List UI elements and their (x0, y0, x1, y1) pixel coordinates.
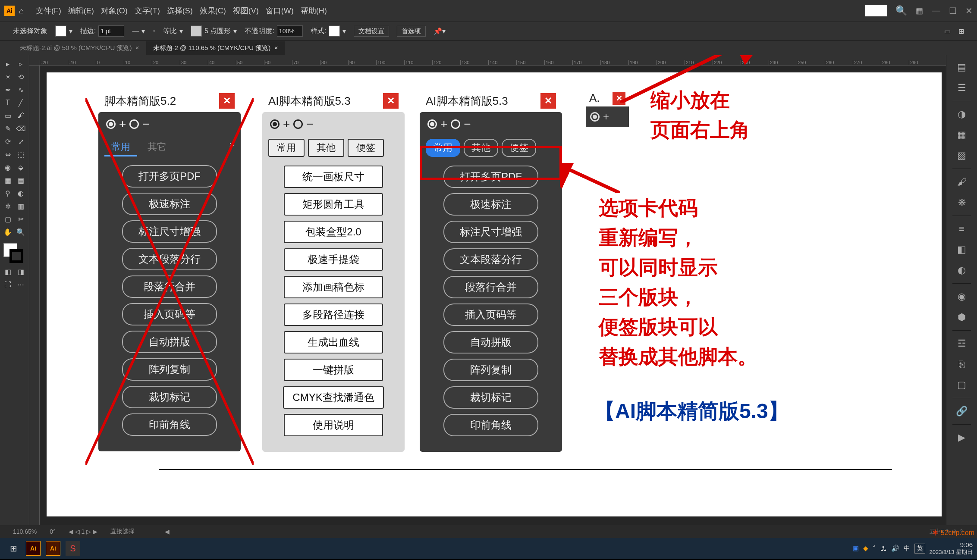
window-minimize[interactable]: — (932, 6, 940, 16)
zoom-tool[interactable]: 🔍 (15, 226, 27, 238)
btn-array-copy[interactable]: 阵列复制 (122, 358, 217, 381)
uniform-label[interactable]: 等比 (163, 27, 177, 36)
menu-edit[interactable]: 编辑(E) (68, 6, 94, 16)
panel-53-light-radios[interactable]: +− (262, 112, 405, 136)
tab-dark-common[interactable]: 常用 (426, 139, 460, 157)
shape-builder-tool[interactable]: ◉ (2, 161, 14, 173)
btn-crop-marks[interactable]: 裁切标记 (122, 386, 217, 408)
btn-text-split[interactable]: 文本段落分行 (122, 248, 217, 270)
doc-setup-button[interactable]: 文档设置 (354, 26, 389, 37)
btn2-fast-annotate[interactable]: 极速标注 (443, 193, 538, 216)
btn-insert-page[interactable]: 插入页码等 (122, 303, 217, 325)
graph-tool[interactable]: ▥ (15, 200, 27, 212)
btn-package-box[interactable]: 包装盒型2.0 (284, 221, 383, 243)
play-icon[interactable]: ▶ (954, 430, 970, 445)
curvature-tool[interactable]: ∿ (15, 84, 27, 96)
magic-wand-tool[interactable]: ✴ (2, 71, 14, 83)
tray-icon-1[interactable]: ▣ (853, 544, 859, 552)
btn2-insert-page[interactable]: 插入页码等 (443, 303, 538, 326)
selection-tool[interactable]: ▸ (2, 58, 14, 70)
taskbar-app-3[interactable]: S (64, 539, 82, 557)
shaper-tool[interactable]: ✎ (2, 122, 14, 135)
hand-tool[interactable]: ✋ (2, 226, 14, 238)
btn-add-swatch[interactable]: 添加画稿色标 (284, 276, 383, 298)
gradient-tool[interactable]: ▤ (15, 174, 27, 186)
paintbrush-tool[interactable]: 🖌 (15, 109, 27, 122)
panel-grid-icon[interactable]: ⊞ (958, 27, 964, 35)
artboard-tool[interactable]: ▢ (2, 213, 14, 225)
tray-lang-icon[interactable]: 英 (914, 544, 925, 554)
menu-window[interactable]: 窗口(W) (266, 6, 294, 16)
btn2-array-copy[interactable]: 阵列复制 (443, 359, 538, 381)
btn-rect-round[interactable]: 矩形圆角工具 (284, 193, 383, 216)
symbol-sprayer-tool[interactable]: ✲ (2, 200, 14, 212)
width-tool[interactable]: ⇔ (2, 148, 14, 160)
screen-mode-icon[interactable]: ⛶ (2, 278, 14, 291)
slice-tool[interactable]: ✂ (15, 213, 27, 225)
layers-panel-icon[interactable]: ☲ (954, 336, 970, 351)
mini-panel-body[interactable]: + (586, 106, 629, 127)
direct-selection-tool[interactable]: ▹ (15, 58, 27, 70)
brush-swatch[interactable] (191, 25, 202, 37)
btn-one-impose[interactable]: 一键拼版 (284, 359, 383, 381)
taskbar-ai-1[interactable]: Ai (24, 539, 42, 557)
tab-dark-other[interactable]: 其他 (464, 139, 498, 157)
tab-light-other[interactable]: 其他 (308, 139, 344, 157)
tray-up-icon[interactable]: ˄ (873, 544, 876, 552)
btn-fast-annotate[interactable]: 极速标注 (122, 193, 217, 215)
symbols-panel-icon[interactable]: ❋ (954, 195, 970, 210)
btn-fast-bag[interactable]: 极速手提袋 (284, 248, 383, 271)
properties-panel-icon[interactable]: ▤ (954, 59, 970, 75)
menu-help[interactable]: 帮助(H) (301, 6, 327, 16)
start-button[interactable]: ⊞ (4, 539, 22, 557)
title-search-box[interactable] (865, 5, 887, 16)
search-icon[interactable]: 🔍 (895, 5, 907, 16)
tray-volume-icon[interactable]: 🔊 (891, 544, 899, 552)
appearance-panel-icon[interactable]: ◉ (954, 289, 970, 304)
canvas[interactable]: -20-100102030405060708090100110120130140… (29, 55, 946, 525)
blend-tool[interactable]: ◐ (15, 187, 27, 199)
menu-effect[interactable]: 效果(C) (200, 6, 226, 16)
fill-swatch[interactable] (55, 25, 66, 37)
artboards-panel-icon[interactable]: ▢ (954, 377, 970, 393)
scale-tool[interactable]: ⤢ (15, 135, 27, 147)
menu-file[interactable]: 文件(F) (36, 6, 61, 16)
tray-icon-2[interactable]: ◆ (863, 544, 868, 552)
btn2-crop-marks[interactable]: 裁切标记 (443, 386, 538, 409)
panel-52-radios[interactable]: +− (98, 112, 241, 136)
panel-52-tab-common[interactable]: 常用 (104, 139, 137, 156)
menu-type[interactable]: 文字(T) (135, 6, 160, 16)
tray-network-icon[interactable]: 🖧 (880, 545, 887, 552)
btn2-prepress-corner[interactable]: 印前角线 (443, 414, 538, 436)
swatches-panel-icon[interactable]: ▨ (954, 148, 970, 163)
stroke-input[interactable] (98, 25, 124, 37)
btn-unify-artboard[interactable]: 统一画板尺寸 (284, 166, 383, 188)
chevron-right-icon[interactable]: » (229, 139, 235, 156)
pin-icon[interactable]: 📌▾ (434, 27, 446, 35)
panel-53-light-close[interactable]: ✕ (383, 93, 399, 109)
brushes-panel-icon[interactable]: 🖌 (954, 174, 970, 190)
tray-ime-icon[interactable]: 中 (904, 544, 910, 553)
panel-toggle-icon[interactable]: ▭ (944, 27, 951, 35)
eyedropper-tool[interactable]: ⚲ (2, 187, 14, 199)
doc-tab-2[interactable]: 未标题-2 @ 110.65 % (CMYK/CPU 预览) × (146, 41, 285, 55)
tab-light-notes[interactable]: 便签 (348, 139, 384, 157)
libraries-panel-icon[interactable]: ☰ (954, 80, 970, 96)
btn-auto-impose[interactable]: 自动拼版 (122, 331, 217, 353)
btn-para-merge[interactable]: 段落行合并 (122, 275, 217, 298)
lasso-tool[interactable]: ⟲ (15, 71, 27, 83)
btn2-para-merge[interactable]: 段落行合并 (443, 276, 538, 298)
btn2-open-pdf[interactable]: 打开多页PDF (443, 166, 538, 188)
zoom-level[interactable]: 110.65% (13, 528, 37, 535)
gradient-panel-icon[interactable]: ◧ (954, 242, 970, 257)
panel-52-tab-other[interactable]: 其它 (141, 139, 173, 156)
panel-53-dark-radios[interactable]: +− (420, 112, 562, 136)
color-mode-icon[interactable]: ◧ (2, 266, 14, 278)
taskbar-ai-2[interactable]: Ai (44, 539, 62, 557)
window-maximize[interactable]: ☐ (949, 6, 957, 16)
opacity-input[interactable] (277, 25, 303, 37)
perspective-tool[interactable]: ⬙ (15, 161, 27, 173)
draw-mode-icon[interactable]: ◨ (15, 266, 27, 278)
color-guide-icon[interactable]: ▦ (954, 127, 970, 143)
asset-export-icon[interactable]: ⎘ (954, 357, 970, 372)
